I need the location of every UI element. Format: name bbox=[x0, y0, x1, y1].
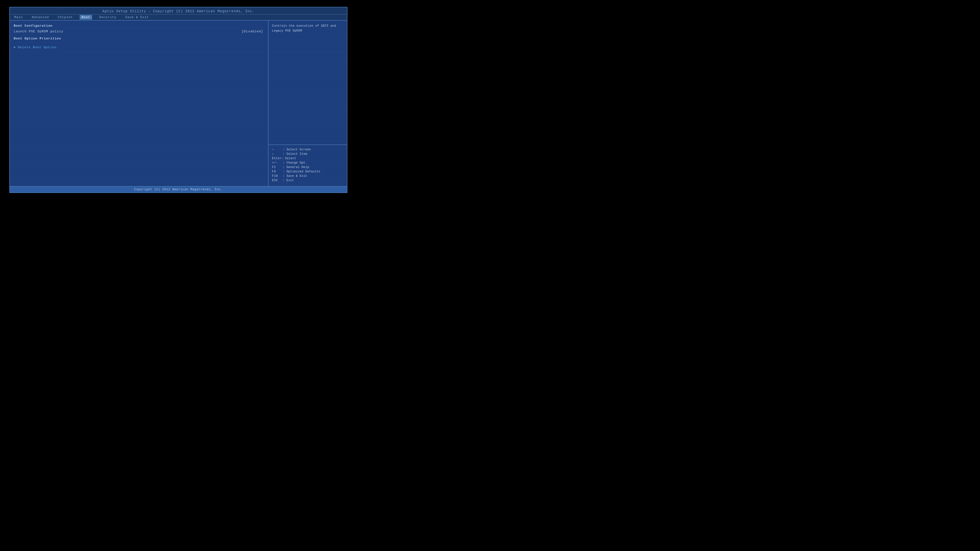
shortcut-key-esc: ESC bbox=[272, 179, 282, 182]
colon-4: : bbox=[283, 165, 285, 169]
left-panel: Boot Configuration Launch PXE OpROM poli… bbox=[10, 21, 269, 186]
shortcuts-section: ↔ : Select Screen ↕ : Select Item Enter:… bbox=[269, 145, 347, 186]
help-section: Controls the execution of UEFI and Legac… bbox=[269, 21, 347, 145]
title-bar: Aptio Setup Utility – Copyright (C) 2012… bbox=[10, 7, 347, 14]
shortcut-key-arrows-ud: ↕ bbox=[272, 152, 282, 156]
tab-advanced[interactable]: Advanced bbox=[30, 15, 51, 20]
launch-pxe-value: [Disabled] bbox=[240, 30, 264, 33]
bios-screen: Aptio Setup Utility – Copyright (C) 2012… bbox=[9, 7, 347, 193]
shortcut-esc: ESC : Exit bbox=[272, 179, 344, 182]
tab-boot[interactable]: Boot bbox=[80, 15, 92, 20]
arrow-icon: ► bbox=[14, 45, 16, 49]
boot-option-priorities-header: Boot Option Priorities bbox=[14, 37, 264, 40]
shortcut-key-f1: F1 bbox=[272, 165, 282, 169]
help-text: Controls the execution of UEFI and Legac… bbox=[272, 24, 336, 33]
colon-5: : bbox=[283, 170, 285, 173]
tab-chipset[interactable]: Chipset bbox=[56, 15, 75, 20]
tab-main[interactable]: Main bbox=[12, 15, 25, 20]
delete-boot-option-label: Delete Boot Option bbox=[18, 46, 56, 49]
shortcut-key-f10: F10 bbox=[272, 175, 282, 178]
tab-security[interactable]: Security bbox=[97, 15, 118, 20]
shortcut-desc-enter: Select bbox=[285, 157, 296, 160]
colon-2: : bbox=[283, 152, 285, 156]
shortcut-key-arrows-lr: ↔ bbox=[272, 148, 282, 151]
shortcut-key-f9: F9 bbox=[272, 170, 282, 173]
shortcut-enter: Enter: Select bbox=[272, 157, 344, 160]
shortcut-key-plus-minus: +/- bbox=[272, 161, 282, 165]
shortcut-key-enter: Enter: bbox=[272, 157, 284, 160]
right-panel: Controls the execution of UEFI and Legac… bbox=[269, 21, 347, 186]
shortcut-desc-change-opt: Change Opt. bbox=[286, 161, 307, 165]
tab-save-exit[interactable]: Save & Exit bbox=[123, 15, 151, 20]
launch-pxe-label: Launch PXE OpROM policy bbox=[14, 30, 63, 33]
status-bar: Copyright (C) 2012 American Megatrends, … bbox=[10, 186, 347, 192]
main-content: Boot Configuration Launch PXE OpROM poli… bbox=[10, 21, 347, 186]
nav-tabs: Main Advanced Chipset Boot Security Save… bbox=[10, 14, 347, 21]
colon-1: : bbox=[283, 148, 285, 151]
title-text: Aptio Setup Utility – Copyright (C) 2012… bbox=[102, 9, 255, 13]
shortcut-desc-select-item: Select Item bbox=[286, 152, 307, 156]
status-text: Copyright (C) 2012 American Megatrends, … bbox=[134, 188, 223, 191]
shortcut-desc-f9: Optimized Defaults bbox=[286, 170, 320, 173]
shortcut-change-opt: +/- : Change Opt. bbox=[272, 161, 344, 165]
colon-3: : bbox=[283, 161, 285, 165]
shortcut-f1: F1 : General Help bbox=[272, 165, 344, 169]
shortcut-select-screen: ↔ : Select Screen bbox=[272, 148, 344, 151]
launch-pxe-row[interactable]: Launch PXE OpROM policy [Disabled] bbox=[14, 30, 264, 33]
colon-6: : bbox=[283, 175, 285, 178]
shortcut-desc-f1: General Help bbox=[286, 165, 309, 169]
boot-configuration-title: Boot Configuration bbox=[14, 24, 264, 28]
shortcut-desc-f10: Save & Exit bbox=[286, 175, 307, 178]
shortcut-select-item: ↕ : Select Item bbox=[272, 152, 344, 156]
shortcut-desc-esc: Exit bbox=[286, 179, 294, 182]
shortcut-desc-select-screen: Select Screen bbox=[286, 148, 311, 151]
colon-7: : bbox=[283, 179, 285, 182]
shortcut-f10: F10 : Save & Exit bbox=[272, 175, 344, 178]
delete-boot-option-item[interactable]: ► Delete Boot Option bbox=[14, 45, 264, 49]
shortcut-f9: F9 : Optimized Defaults bbox=[272, 170, 344, 173]
